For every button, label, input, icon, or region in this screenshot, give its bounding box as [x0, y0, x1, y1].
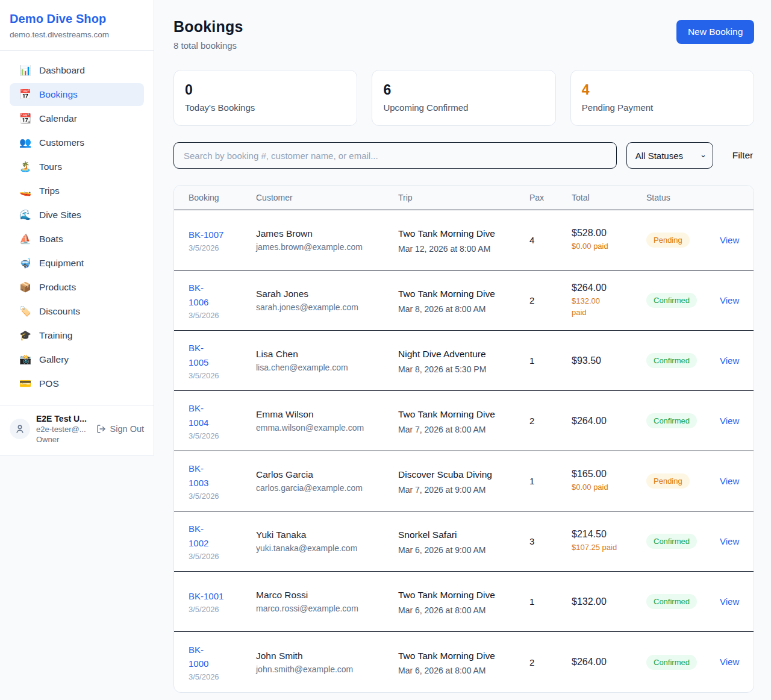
controls-row: All Statuses ⌄ Filter	[173, 142, 754, 169]
sidebar-item-bookings[interactable]: 📅Bookings	[10, 83, 144, 106]
sidebar-item-label: Discounts	[39, 306, 80, 317]
sidebar-item-gallery[interactable]: 📸Gallery	[10, 348, 144, 371]
total-cell: $264.00	[572, 416, 646, 427]
status-badge: Confirmed	[646, 293, 697, 308]
main-content: Bookings 8 total bookings New Booking 0T…	[154, 0, 771, 700]
sidebar-item-boats[interactable]: ⛵Boats	[10, 228, 144, 251]
total-amount: $264.00	[572, 283, 646, 293]
sidebar-item-training[interactable]: 🎓Training	[10, 324, 144, 347]
booking-id-link[interactable]: BK-1005	[189, 343, 208, 367]
booking-date: 3/5/2026	[189, 371, 256, 380]
table-row: BK-10063/5/2026Sarah Jonessarah.jones@ex…	[174, 270, 754, 331]
sidebar-item-tours[interactable]: 🏝️Tours	[10, 155, 144, 178]
booking-id-link[interactable]: BK-1001	[189, 591, 223, 601]
page-header: Bookings 8 total bookings New Booking	[173, 18, 754, 51]
customer-name: James Brown	[256, 228, 398, 239]
new-booking-button[interactable]: New Booking	[676, 20, 754, 44]
page-subtitle: 8 total bookings	[173, 40, 243, 51]
stat-value: 0	[185, 82, 346, 98]
booking-id-link[interactable]: BK-1002	[189, 523, 208, 548]
total-amount: $214.50	[572, 529, 646, 540]
brand-domain: demo.test.divestreams.com	[10, 30, 144, 39]
customer-cell: Yuki Tanakayuki.tanaka@example.com	[256, 530, 398, 553]
view-link[interactable]: View	[720, 657, 739, 667]
status-select[interactable]: All Statuses	[626, 142, 713, 169]
booking-id-link[interactable]: BK-1003	[189, 463, 208, 487]
trip-date: Mar 6, 2026 at 8:00 AM	[398, 666, 529, 675]
sidebar-item-label: Customers	[39, 137, 84, 148]
sidebar-item-discounts[interactable]: 🏷️Discounts	[10, 300, 144, 323]
search-input[interactable]	[173, 142, 617, 169]
trip-cell: Two Tank Morning DiveMar 6, 2026 at 8:00…	[398, 588, 529, 614]
view-link[interactable]: View	[720, 476, 739, 486]
sidebar-item-customers[interactable]: 👥Customers	[10, 131, 144, 154]
table-body: BK-10073/5/2026James Brownjames.brown@ex…	[174, 210, 754, 692]
sidebar-item-dive-sites[interactable]: 🌊Dive Sites	[10, 204, 144, 227]
booking-date: 3/5/2026	[189, 672, 256, 681]
customer-cell: Emma Wilsonemma.wilson@example.com	[256, 409, 398, 433]
total-cell: $264.00	[572, 657, 646, 667]
booking-id-link[interactable]: BK-1007	[189, 230, 223, 240]
filter-button[interactable]: Filter	[731, 148, 754, 163]
paid-amount: $107.25 paid	[572, 542, 646, 554]
trip-name: Two Tank Morning Dive	[398, 287, 498, 301]
stat-value: 4	[582, 82, 743, 98]
paid-amount: $0.00 paid	[572, 241, 646, 252]
trip-date: Mar 6, 2026 at 8:00 AM	[398, 605, 529, 615]
status-cell: Confirmed	[646, 353, 720, 368]
view-link[interactable]: View	[720, 295, 739, 305]
table-row: BK-10003/5/2026John Smithjohn.smith@exam…	[174, 632, 754, 692]
avatar	[10, 419, 30, 439]
booking-date: 3/5/2026	[189, 605, 256, 614]
sidebar-item-trips[interactable]: 🚤Trips	[10, 180, 144, 202]
stat-label: Upcoming Confirmed	[383, 102, 544, 113]
booking-cell: BK-10033/5/2026	[189, 461, 256, 501]
view-cell: View	[720, 476, 739, 487]
trip-cell: Two Tank Morning DiveMar 8, 2026 at 8:00…	[398, 287, 529, 313]
customer-name: Emma Wilson	[256, 409, 398, 420]
view-link[interactable]: View	[720, 235, 739, 245]
package-icon: 📦	[19, 283, 31, 292]
brand-title: Demo Dive Shop	[10, 12, 144, 26]
trip-date: Mar 6, 2026 at 9:00 AM	[398, 545, 529, 555]
booking-id-link[interactable]: BK-1004	[189, 403, 208, 427]
booking-id-link[interactable]: BK-1000	[189, 645, 208, 669]
customer-email: james.brown@example.com	[256, 242, 398, 252]
sidebar-item-equipment[interactable]: 🤿Equipment	[10, 252, 144, 275]
page-title-block: Bookings 8 total bookings	[173, 18, 243, 51]
bar-chart-icon: 📊	[19, 66, 31, 75]
sidebar-item-products[interactable]: 📦Products	[10, 276, 144, 299]
total-cell: $165.00$0.00 paid	[572, 469, 646, 493]
sign-out-button[interactable]: Sign Out	[96, 424, 144, 434]
total-cell: $93.50	[572, 355, 646, 366]
view-cell: View	[720, 295, 739, 306]
customer-email: john.smith@example.com	[256, 664, 398, 674]
view-link[interactable]: View	[720, 536, 739, 546]
trip-date: Mar 12, 2026 at 8:00 AM	[398, 244, 529, 254]
view-link[interactable]: View	[720, 596, 739, 607]
sidebar-item-label: Dive Sites	[39, 210, 81, 220]
sidebar-item-label: Products	[39, 282, 76, 293]
pax-value: 1	[529, 596, 572, 607]
total-amount: $132.00	[572, 596, 646, 607]
total-amount: $528.00	[572, 228, 646, 239]
column-header: Trip	[398, 193, 529, 202]
sidebar-item-calendar[interactable]: 📆Calendar	[10, 107, 144, 130]
trip-date: Mar 8, 2026 at 5:30 PM	[398, 364, 529, 374]
brand-block: Demo Dive Shop demo.test.divestreams.com	[0, 0, 154, 51]
customer-email: marco.rossi@example.com	[256, 604, 398, 613]
customer-email: yuki.tanaka@example.com	[256, 543, 398, 553]
view-link[interactable]: View	[720, 355, 739, 366]
view-link[interactable]: View	[720, 416, 739, 426]
sign-out-label: Sign Out	[110, 424, 144, 434]
sidebar-item-pos[interactable]: 💳POS	[10, 372, 144, 395]
sidebar-item-label: POS	[39, 378, 59, 389]
column-header: Total	[572, 193, 646, 202]
table-row: BK-10013/5/2026Marco Rossimarco.rossi@ex…	[174, 572, 754, 632]
stat-label: Pending Payment	[582, 102, 743, 113]
total-cell: $214.50$107.25 paid	[572, 529, 646, 554]
sidebar-item-dashboard[interactable]: 📊Dashboard	[10, 59, 144, 82]
booking-id-link[interactable]: BK-1006	[189, 283, 208, 307]
customer-name: John Smith	[256, 651, 398, 661]
view-cell: View	[720, 657, 739, 667]
